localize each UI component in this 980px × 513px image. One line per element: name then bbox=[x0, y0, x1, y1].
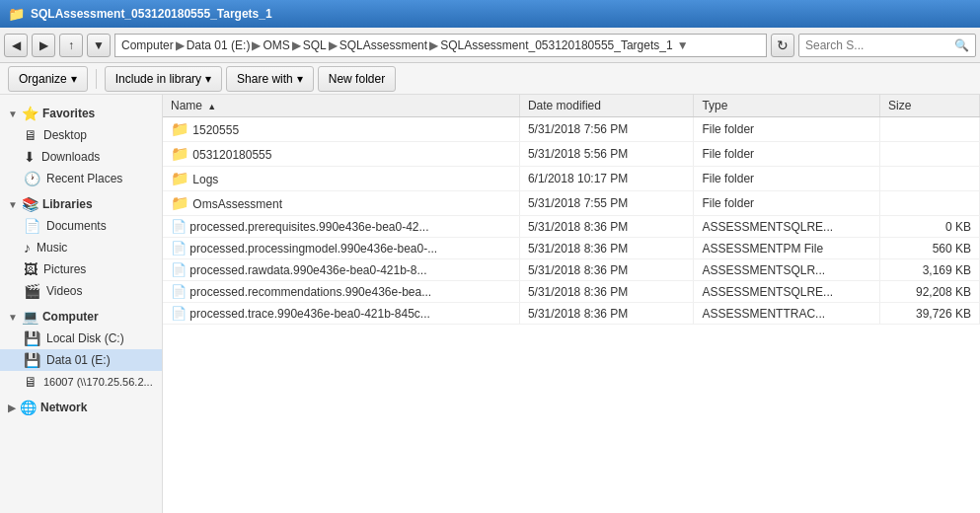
sidebar-item-music[interactable]: ♪ Music bbox=[0, 237, 162, 258]
cell-size: 92,208 KB bbox=[880, 281, 980, 303]
new-folder-button[interactable]: New folder bbox=[318, 66, 396, 92]
path-sqlassessment[interactable]: SQLAssessment bbox=[339, 38, 427, 52]
cell-date: 6/1/2018 10:17 PM bbox=[519, 167, 693, 191]
file-name: processed.rawdata.990e436e-bea0-421b-8..… bbox=[189, 263, 426, 277]
sidebar-item-downloads[interactable]: ⬇ Downloads bbox=[0, 146, 162, 168]
sidebar-libraries-header[interactable]: ▼ 📚 Libraries bbox=[0, 193, 162, 215]
table-row[interactable]: 📁 1520555 5/31/2018 7:56 PM File folder bbox=[163, 117, 980, 142]
music-label: Music bbox=[37, 241, 67, 255]
path-current[interactable]: SQLAssessment_053120180555_Targets_1 bbox=[440, 38, 673, 52]
sidebar-item-desktop[interactable]: 🖥 Desktop bbox=[0, 124, 162, 146]
path-oms[interactable]: OMS bbox=[263, 38, 289, 52]
path-data01[interactable]: Data 01 (E:) bbox=[187, 38, 251, 52]
file-name: processed.recommendations.990e436e-bea..… bbox=[189, 285, 431, 299]
videos-icon: 🎬 bbox=[24, 283, 40, 299]
cell-date: 5/31/2018 8:36 PM bbox=[519, 303, 693, 325]
up-button[interactable]: ↑ bbox=[59, 34, 83, 57]
column-header-name[interactable]: Name ▲ bbox=[163, 95, 519, 117]
cell-size: 3,169 KB bbox=[880, 259, 980, 281]
cell-name: 📄 processed.processingmodel.990e436e-bea… bbox=[163, 238, 519, 259]
search-input[interactable] bbox=[805, 38, 950, 52]
sort-arrow-name: ▲ bbox=[207, 102, 216, 111]
path-sql[interactable]: SQL bbox=[303, 38, 327, 52]
include-in-library-label: Include in library bbox=[115, 72, 201, 86]
table-row[interactable]: 📁 053120180555 5/31/2018 5:56 PM File fo… bbox=[163, 142, 980, 167]
sidebar-item-data01-e[interactable]: 💾 Data 01 (E:) bbox=[0, 349, 162, 371]
computer-icon: 💻 bbox=[22, 309, 38, 325]
table-row[interactable]: 📄 processed.prerequisites.990e436e-bea0-… bbox=[163, 216, 980, 238]
file-icon: 📄 bbox=[171, 241, 187, 256]
file-name: processed.prerequisites.990e436e-bea0-42… bbox=[189, 220, 428, 234]
refresh-button[interactable]: ↻ bbox=[771, 34, 794, 57]
organize-button[interactable]: Organize ▾ bbox=[8, 66, 88, 92]
include-in-library-button[interactable]: Include in library ▾ bbox=[105, 66, 222, 92]
recent-places-label: Recent Places bbox=[46, 172, 122, 185]
cell-size bbox=[880, 117, 980, 142]
cell-date: 5/31/2018 7:56 PM bbox=[519, 117, 693, 142]
new-folder-label: New folder bbox=[329, 72, 385, 86]
folder-icon: 📁 bbox=[171, 194, 189, 211]
sidebar-item-videos[interactable]: 🎬 Videos bbox=[0, 280, 162, 302]
file-icon: 📄 bbox=[171, 284, 187, 299]
recent-locations-button[interactable]: ▼ bbox=[87, 34, 111, 57]
table-header-row: Name ▲ Date modified Type Size bbox=[163, 95, 980, 117]
sidebar-item-local-disk-c[interactable]: 💾 Local Disk (C:) bbox=[0, 328, 162, 349]
title-bar: 📁 SQLAssessment_053120180555_Targets_1 bbox=[0, 0, 980, 28]
cell-name: 📄 processed.recommendations.990e436e-bea… bbox=[163, 281, 519, 303]
file-name: processed.processingmodel.990e436e-bea0-… bbox=[189, 242, 437, 256]
documents-icon: 📄 bbox=[24, 218, 40, 234]
favorites-expand-icon: ▼ bbox=[8, 109, 18, 119]
search-box[interactable]: 🔍 bbox=[798, 34, 976, 57]
table-row[interactable]: 📄 processed.trace.990e436e-bea0-421b-845… bbox=[163, 303, 980, 325]
forward-button[interactable]: ▶ bbox=[32, 34, 55, 57]
sidebar-item-recent-places[interactable]: 🕐 Recent Places bbox=[0, 168, 162, 189]
cell-type: ASSESSMENTSQLR... bbox=[694, 259, 880, 281]
table-row[interactable]: 📁 Logs 6/1/2018 10:17 PM File folder bbox=[163, 167, 980, 191]
file-name: processed.trace.990e436e-bea0-421b-845c.… bbox=[189, 307, 430, 321]
cell-type: ASSESSMENTTRAC... bbox=[694, 303, 880, 325]
computer-expand-icon: ▼ bbox=[8, 312, 18, 323]
window-icon: 📁 bbox=[8, 6, 25, 22]
column-header-date[interactable]: Date modified bbox=[519, 95, 693, 117]
cell-type: ASSESSMENTPM File bbox=[694, 238, 880, 259]
cell-date: 5/31/2018 8:36 PM bbox=[519, 259, 693, 281]
cell-size bbox=[880, 142, 980, 167]
sidebar-item-network-drive[interactable]: 🖥 16007 (\\170.25.56.2... bbox=[0, 371, 162, 393]
address-path[interactable]: Computer ▶ Data 01 (E:) ▶ OMS ▶ SQL ▶ SQ… bbox=[114, 34, 767, 57]
table-row[interactable]: 📄 processed.recommendations.990e436e-bea… bbox=[163, 281, 980, 303]
local-disk-c-label: Local Disk (C:) bbox=[46, 331, 124, 345]
cell-date: 5/31/2018 7:55 PM bbox=[519, 191, 693, 216]
cell-name: 📄 processed.rawdata.990e436e-bea0-421b-8… bbox=[163, 259, 519, 281]
sidebar-favorites-header[interactable]: ▼ ⭐ Favorites bbox=[0, 103, 162, 124]
sidebar-network-header[interactable]: ▶ 🌐 Network bbox=[0, 397, 162, 418]
desktop-label: Desktop bbox=[43, 128, 87, 142]
cell-name: 📄 processed.trace.990e436e-bea0-421b-845… bbox=[163, 303, 519, 325]
data01-e-label: Data 01 (E:) bbox=[46, 353, 111, 367]
downloads-label: Downloads bbox=[41, 150, 100, 164]
table-row[interactable]: 📁 OmsAssessment 5/31/2018 7:55 PM File f… bbox=[163, 191, 980, 216]
cell-date: 5/31/2018 8:36 PM bbox=[519, 238, 693, 259]
column-header-type[interactable]: Type bbox=[694, 95, 880, 117]
table-row[interactable]: 📄 processed.rawdata.990e436e-bea0-421b-8… bbox=[163, 259, 980, 281]
organize-label: Organize bbox=[19, 72, 67, 86]
videos-label: Videos bbox=[46, 284, 82, 298]
sidebar-section-libraries: ▼ 📚 Libraries 📄 Documents ♪ Music 🖼 Pict… bbox=[0, 193, 162, 302]
toolbar-separator-1 bbox=[96, 69, 97, 89]
sidebar-item-documents[interactable]: 📄 Documents bbox=[0, 215, 162, 237]
include-dropdown-icon: ▾ bbox=[205, 72, 211, 86]
table-row[interactable]: 📄 processed.processingmodel.990e436e-bea… bbox=[163, 238, 980, 259]
sidebar-computer-header[interactable]: ▼ 💻 Computer bbox=[0, 306, 162, 328]
file-name: 1520555 bbox=[192, 123, 239, 137]
cell-name: 📁 1520555 bbox=[163, 117, 519, 142]
path-computer[interactable]: Computer bbox=[121, 38, 174, 52]
network-label: Network bbox=[40, 401, 87, 414]
pictures-icon: 🖼 bbox=[24, 261, 38, 277]
cell-name: 📁 Logs bbox=[163, 167, 519, 191]
column-header-size[interactable]: Size bbox=[880, 95, 980, 117]
sidebar-item-pictures[interactable]: 🖼 Pictures bbox=[0, 258, 162, 280]
share-with-button[interactable]: Share with ▾ bbox=[226, 66, 314, 92]
file-list: Name ▲ Date modified Type Size 📁 1520555… bbox=[163, 95, 980, 513]
back-button[interactable]: ◀ bbox=[4, 34, 28, 57]
cell-size bbox=[880, 191, 980, 216]
path-dropdown-arrow[interactable]: ▼ bbox=[677, 38, 689, 52]
